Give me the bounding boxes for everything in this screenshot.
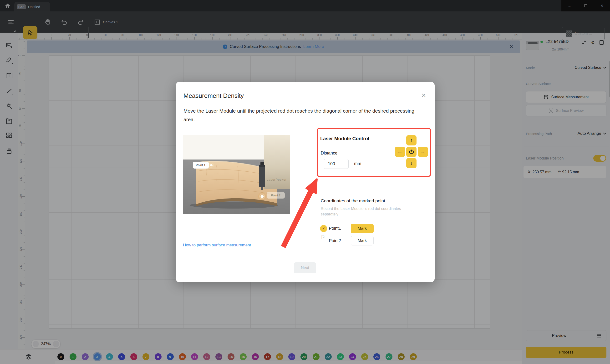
tutorial-arrow	[274, 171, 326, 252]
mark-point2-button[interactable]: Mark	[351, 236, 374, 246]
coordinates-subtitle: Record the Laser Module’ s red dot coord…	[321, 206, 403, 217]
modal-instructions: Move the Laser Module until the projecte…	[183, 107, 425, 124]
modal-close-icon[interactable]: ✕	[421, 92, 426, 99]
tutorial-highlight-box	[317, 128, 431, 177]
app-window: LX2 Untitled – ✕ Canvas 1	[0, 0, 610, 364]
point2-label: Point2	[329, 238, 341, 243]
howto-link[interactable]: How to perform surface measurement	[183, 243, 251, 247]
coordinates-title: Coordinates of the marked point	[321, 198, 385, 204]
mark-point1-button[interactable]: Mark	[351, 224, 374, 233]
next-button[interactable]: Next	[294, 262, 316, 273]
modal-title: Measurement Density	[183, 92, 244, 100]
point1-label: Point1	[329, 226, 341, 231]
illustration-point1-badge: Point 1	[196, 163, 205, 167]
